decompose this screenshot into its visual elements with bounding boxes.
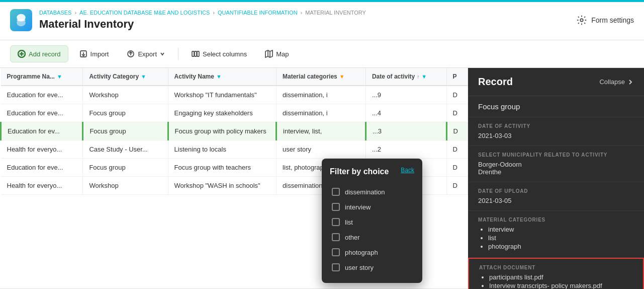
record-title: Record — [478, 76, 513, 88]
record-section-materials: MATERIAL CATEGORIES interview list photo… — [468, 211, 644, 258]
cell-materials: dissemination, i — [277, 86, 366, 104]
top-bar: DATABASES › AE. EDUCATION DATABASE M&E A… — [0, 0, 644, 40]
svg-point-2 — [17, 19, 26, 21]
import-button[interactable]: Import — [72, 46, 116, 62]
main-content: Programme Na... ▼ Activity Category ▼ Ac… — [0, 68, 644, 289]
svg-rect-12 — [195, 51, 197, 56]
table-row[interactable]: Education for eve... Workshop Workshop "… — [1, 86, 468, 104]
cell-programme: Education for eve... — [1, 159, 83, 177]
cell-materials: dissemination, i — [277, 104, 366, 122]
record-label-date-upload: DATE OF UPLOAD — [478, 188, 634, 194]
record-attach-doc-list: participants list.pdf Interview transcri… — [479, 273, 633, 289]
record-subtitle: Focus group — [468, 96, 644, 117]
table-area[interactable]: Programme Na... ▼ Activity Category ▼ Ac… — [0, 68, 468, 289]
programme-filter-icon[interactable]: ▼ — [57, 74, 62, 80]
cell-p: D — [446, 122, 468, 140]
table-row[interactable]: Health for everyo... Case Study - User..… — [1, 140, 468, 159]
teal-accent — [0, 0, 644, 2]
filter-checkbox-user-story[interactable] — [332, 263, 340, 271]
cell-p: D — [446, 177, 468, 195]
cell-activity: Focus group with teachers — [168, 159, 276, 177]
record-label-date-activity: DATE OF ACTIVITY — [478, 123, 634, 129]
page-title: Material Inventory — [39, 18, 576, 31]
select-columns-label: Select columns — [203, 50, 247, 58]
svg-rect-11 — [192, 51, 194, 56]
cell-programme: Education for eve... — [1, 104, 83, 122]
col-programme[interactable]: Programme Na... ▼ — [1, 68, 83, 86]
filter-item-list[interactable]: list — [330, 214, 414, 230]
breadcrumb-quantifiable[interactable]: QUANTIFIABLE INFORMATION — [218, 10, 298, 16]
collapse-label: Collapse — [599, 78, 625, 86]
attach-doc-item[interactable]: Interview transcripts- policy makers.pdf — [489, 282, 633, 289]
chevron-right-icon — [627, 79, 634, 86]
filter-item-photograph[interactable]: photograph — [330, 245, 414, 260]
record-section-date-activity: DATE OF ACTIVITY 2021-03-03 — [468, 117, 644, 146]
map-button[interactable]: Map — [258, 46, 296, 62]
record-section-municipality: SELECT MUNICIPALITY RELATED TO ACTIVITY … — [468, 146, 644, 182]
record-header: Record Collapse — [468, 68, 644, 96]
cell-category: Case Study - User... — [83, 140, 168, 159]
col-date[interactable]: Date of activity ↑ ▼ — [365, 68, 446, 86]
collapse-button[interactable]: Collapse — [599, 78, 634, 86]
cell-category: Focus group — [83, 104, 168, 122]
col-category[interactable]: Activity Category ▼ — [83, 68, 168, 86]
filter-item-other[interactable]: other — [330, 230, 414, 245]
export-button[interactable]: Export — [120, 46, 172, 62]
date-filter-icon[interactable]: ▼ — [421, 74, 427, 80]
record-section-attach-doc: ATTACH DOCUMENT participants list.pdf In… — [468, 258, 644, 289]
filter-item-interview[interactable]: interview — [330, 199, 414, 214]
breadcrumb-databases[interactable]: DATABASES — [39, 10, 71, 16]
record-label-materials: MATERIAL CATEGORIES — [478, 217, 634, 223]
attach-doc-item[interactable]: participants list.pdf — [489, 273, 633, 281]
filter-item-dissemination[interactable]: dissemination — [330, 184, 414, 199]
record-materials-list: interview list photograph — [478, 226, 634, 250]
col-materials[interactable]: Material categories ▼ — [277, 68, 366, 86]
table-row-selected[interactable]: Education for ev... Focus group Focus gr… — [1, 122, 468, 140]
col-p[interactable]: P — [446, 68, 468, 86]
map-label: Map — [276, 50, 289, 58]
gear-icon — [576, 15, 587, 26]
cell-category: Focus group — [83, 122, 168, 140]
cell-date: ...4 — [365, 104, 446, 122]
cell-date: ...3 — [365, 122, 446, 140]
filter-checkbox-list[interactable] — [332, 218, 340, 226]
export-icon — [127, 50, 135, 58]
date-sort-icon[interactable]: ↑ — [417, 74, 419, 80]
top-bar-content: DATABASES › AE. EDUCATION DATABASE M&E A… — [39, 10, 576, 31]
filter-back-button[interactable]: Back — [401, 167, 414, 174]
filter-checkbox-other[interactable] — [332, 233, 340, 241]
table-row[interactable]: Education for eve... Focus group Engagin… — [1, 104, 468, 122]
cell-p: D — [446, 159, 468, 177]
record-value-date-upload: 2021-03-05 — [478, 197, 634, 204]
breadcrumb-education-db[interactable]: AE. EDUCATION DATABASE M&E AND LOGISTICS — [79, 10, 210, 16]
cell-activity: Workshop "WASH in schools" — [168, 177, 276, 195]
filter-checkbox-photograph[interactable] — [332, 248, 340, 256]
filter-label-user-story: user story — [345, 264, 374, 271]
filter-checkbox-interview[interactable] — [332, 203, 340, 211]
filter-label-dissemination: dissemination — [345, 188, 385, 196]
filter-item-user-story[interactable]: user story — [330, 260, 414, 275]
breadcrumb: DATABASES › AE. EDUCATION DATABASE M&E A… — [39, 10, 576, 16]
material-item: photograph — [488, 243, 634, 250]
cell-category: Workshop — [83, 177, 168, 195]
cell-programme: Health for everyo... — [1, 140, 83, 159]
record-value-date-activity: 2021-03-03 — [478, 132, 634, 139]
category-filter-icon[interactable]: ▼ — [141, 74, 146, 80]
activity-filter-icon[interactable]: ▼ — [216, 74, 222, 80]
record-value-municipality-line1: Borger-Odoorn — [478, 161, 634, 168]
import-icon — [79, 50, 87, 58]
record-value-municipality-line2: Drenthe — [478, 168, 634, 176]
filter-checkbox-dissemination[interactable] — [332, 188, 340, 196]
svg-rect-13 — [197, 51, 199, 56]
add-record-button[interactable]: Add record — [10, 45, 68, 62]
select-columns-button[interactable]: Select columns — [185, 46, 254, 62]
cell-materials: user story — [277, 140, 366, 159]
col-activity[interactable]: Activity Name ▼ — [168, 68, 276, 86]
export-label: Export — [138, 50, 157, 58]
breadcrumb-current: MATERIAL INVENTORY — [305, 10, 366, 16]
toolbar-divider — [178, 48, 178, 60]
cell-programme: Education for ev... — [1, 122, 83, 140]
plus-icon — [18, 50, 26, 58]
form-settings-button[interactable]: Form settings — [576, 15, 634, 26]
materials-filter-icon[interactable]: ▼ — [339, 74, 345, 80]
